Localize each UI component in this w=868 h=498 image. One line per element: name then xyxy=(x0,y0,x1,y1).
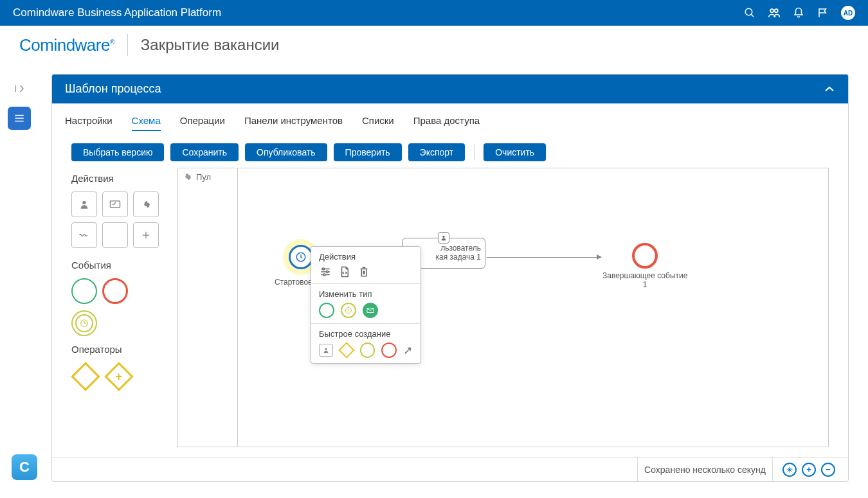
user-avatar[interactable]: AD xyxy=(841,6,855,20)
svg-point-0 xyxy=(745,8,752,15)
bell-icon[interactable] xyxy=(792,6,805,19)
search-icon[interactable] xyxy=(743,6,756,19)
svg-line-1 xyxy=(751,14,754,17)
top-header: Comindware Business Application Platform… xyxy=(0,0,868,26)
header-actions: AD xyxy=(743,6,855,20)
flag-icon[interactable] xyxy=(817,6,829,19)
svg-point-2 xyxy=(770,9,773,12)
svg-point-3 xyxy=(775,9,778,12)
page-title: Закрытие вакансии xyxy=(141,36,280,54)
people-icon[interactable] xyxy=(768,6,781,19)
logo-divider xyxy=(127,34,128,56)
app-title: Comindware Business Application Platform xyxy=(13,6,221,19)
brand-reg: ® xyxy=(110,39,114,46)
brand-logo: Comindware® xyxy=(19,35,114,55)
logo-bar: Comindware® Закрытие вакансии xyxy=(0,26,868,64)
brand-name: Comindware xyxy=(19,35,110,55)
